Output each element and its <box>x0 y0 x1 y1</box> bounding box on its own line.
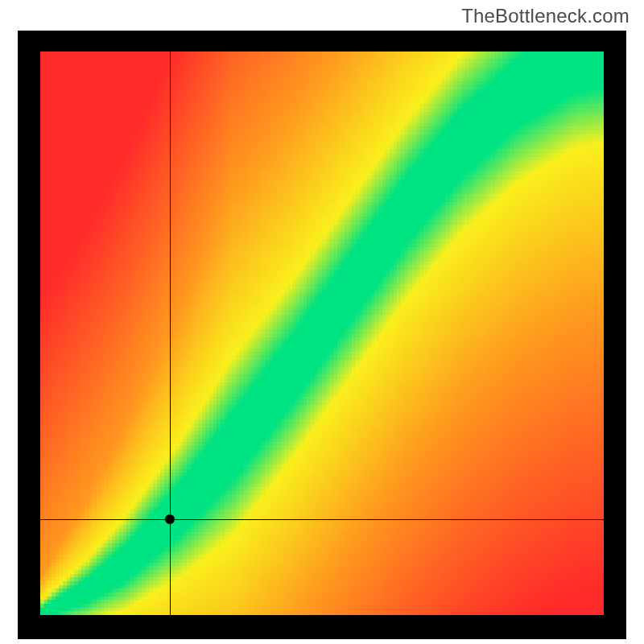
chart-frame: TheBottleneck.com <box>0 0 644 644</box>
crosshair-horizontal <box>40 519 604 520</box>
heatmap-canvas <box>40 52 604 615</box>
crosshair-vertical <box>170 52 171 615</box>
heatmap-plot[interactable] <box>40 52 604 615</box>
selected-point-icon <box>165 514 175 524</box>
watermark-label: TheBottleneck.com <box>461 5 630 27</box>
